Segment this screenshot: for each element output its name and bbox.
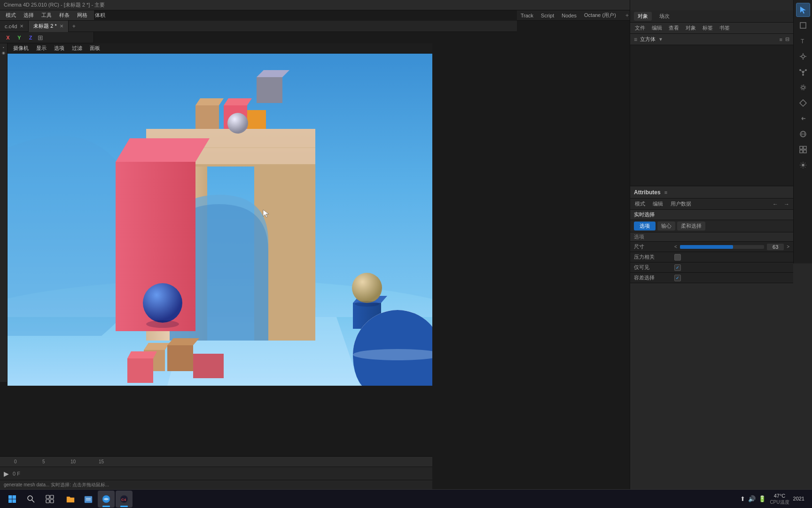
options-label: 选项	[634, 233, 644, 240]
right-sub-edit[interactable]: 编辑	[649, 24, 665, 32]
icon-light[interactable]	[796, 158, 810, 172]
icon-arrow-back[interactable]	[796, 111, 810, 126]
breadcrumb-menu-icon[interactable]: ≡	[634, 36, 637, 43]
svg-rect-40	[800, 23, 806, 28]
right-sub-file[interactable]: 文件	[632, 24, 648, 32]
search-button[interactable]	[23, 491, 39, 508]
menu-tools[interactable]: 工具	[38, 11, 55, 20]
nav-nodes[interactable]: Nodes	[562, 13, 577, 18]
left-tool-1[interactable]: •	[3, 45, 4, 49]
icon-globe[interactable]	[796, 127, 810, 141]
prop-size-slider[interactable]	[680, 245, 764, 249]
panel-tab-soft[interactable]: 柔和选择	[677, 222, 705, 230]
icon-pointer[interactable]	[796, 3, 810, 17]
svg-rect-28	[127, 358, 153, 383]
svg-rect-13	[195, 105, 219, 129]
nav-octane[interactable]: Octane (用户)	[584, 12, 616, 19]
icon-grid[interactable]	[796, 143, 810, 157]
right-tab-scenes[interactable]: 场次	[656, 12, 673, 21]
breadcrumb-list-icon[interactable]: ≡	[780, 37, 782, 42]
breadcrumb-minus-icon[interactable]: ⊟	[785, 36, 789, 42]
timeline-frame: 0 F	[13, 471, 20, 476]
icon-settings[interactable]	[796, 80, 810, 95]
viewport-canvas[interactable]	[8, 54, 432, 386]
vp-camera[interactable]: 摄像机	[9, 44, 32, 53]
cpu-temp: 47°C CPU温度	[770, 492, 789, 505]
vp-panel[interactable]: 面板	[86, 44, 104, 53]
panel-tab-options[interactable]: 选项	[634, 222, 656, 230]
right-tab-objects[interactable]: 对象	[634, 12, 652, 21]
menu-mode[interactable]: 模式	[2, 11, 20, 20]
ruler-0: 0	[14, 459, 17, 464]
prop-row-pressure: 压力相关	[630, 252, 793, 262]
tab-untitled[interactable]: 未标题 2 * ✕	[29, 21, 69, 32]
right-sub-object[interactable]: 对象	[683, 24, 699, 32]
taskbar-cinema4d[interactable]: C4	[116, 491, 133, 508]
nav-script[interactable]: Script	[541, 13, 554, 18]
svg-point-54	[802, 86, 804, 89]
axis-y-button[interactable]: Y	[15, 33, 23, 42]
attr-tab-userdata[interactable]: 用户数据	[668, 199, 694, 208]
tab-untitled-close[interactable]: ✕	[60, 24, 63, 29]
timeline-play-btn[interactable]: ▶	[4, 470, 9, 477]
attr-title-text: Attributes	[634, 189, 661, 196]
right-sub-view[interactable]: 查看	[666, 24, 682, 32]
svg-marker-39	[800, 7, 806, 14]
svg-rect-31	[193, 354, 224, 378]
tab-c4d-close[interactable]: ✕	[20, 24, 23, 29]
axis-x-button[interactable]: X	[4, 33, 12, 42]
panel-tab-center[interactable]: 输心	[657, 222, 675, 230]
network-icon[interactable]: ⬆	[740, 495, 745, 502]
task-view-button[interactable]	[41, 491, 58, 508]
right-sub-bookmark[interactable]: 书签	[717, 24, 733, 32]
icon-square[interactable]	[796, 18, 810, 32]
vp-options[interactable]: 选项	[50, 44, 68, 53]
breadcrumb-dropdown-icon[interactable]: ▼	[658, 37, 663, 42]
axis-z-button[interactable]: Z	[26, 33, 35, 42]
taskbar-files[interactable]	[80, 491, 97, 508]
tab-c4d[interactable]: c.c4d ✕	[0, 21, 29, 32]
menu-select[interactable]: 选择	[20, 11, 38, 20]
object-tree[interactable]	[630, 45, 793, 186]
icon-text-tool[interactable]: T	[796, 34, 810, 48]
nav-plus[interactable]: +	[625, 12, 629, 19]
attr-tab-edit[interactable]: 编辑	[650, 199, 666, 208]
coord-icon[interactable]: ⊞	[38, 34, 43, 41]
prop-size-value[interactable]: 63	[767, 244, 784, 250]
tab-add-button[interactable]: +	[69, 23, 79, 30]
attr-nav-back[interactable]: ←	[771, 201, 780, 207]
start-button[interactable]	[4, 491, 21, 508]
prop-size-arrow-right[interactable]: >	[787, 244, 789, 249]
prop-pressure-checkbox[interactable]	[674, 254, 681, 261]
system-tray: ⬆ 🔊 🔋 47°C CPU温度 2021	[740, 492, 808, 505]
clock[interactable]: 2021	[793, 495, 804, 502]
svg-rect-79	[46, 495, 49, 499]
breadcrumb-path[interactable]: 立方体	[640, 36, 656, 43]
attr-tab-mode[interactable]: 模式	[632, 199, 648, 208]
nav-track[interactable]: Track	[521, 13, 533, 18]
right-sub-tag[interactable]: 标签	[700, 24, 716, 32]
icon-molecule[interactable]	[796, 65, 810, 79]
ruler-10: 10	[70, 459, 76, 464]
attr-nav-fwd[interactable]: →	[782, 201, 791, 207]
taskbar-explorer[interactable]	[62, 491, 79, 508]
svg-rect-75	[8, 499, 12, 503]
icon-diamond[interactable]	[796, 96, 810, 110]
icon-gear-large[interactable]	[796, 49, 810, 64]
prop-visible-checkbox[interactable]: ✓	[674, 264, 681, 271]
volume-icon[interactable]: 🔊	[748, 495, 756, 502]
menu-spline[interactable]: 样条	[55, 11, 73, 20]
right-top-tabs: 对象 场次	[630, 10, 793, 23]
taskbar-browser[interactable]	[98, 491, 115, 508]
battery-icon[interactable]: 🔋	[758, 495, 766, 502]
timeline-controls: ▶ 0 F	[0, 467, 432, 480]
main-viewport[interactable]	[8, 54, 432, 386]
prop-size-arrow-left[interactable]: <	[674, 244, 677, 249]
vp-display[interactable]: 显示	[32, 44, 50, 53]
prop-tolerance-checkbox[interactable]: ✓	[674, 275, 681, 281]
left-tool-2[interactable]: ◉	[2, 51, 5, 55]
vp-filter[interactable]: 过滤	[68, 44, 86, 53]
menu-mesh[interactable]: 网格	[73, 11, 91, 20]
svg-point-22	[146, 320, 179, 328]
menu-volume[interactable]: 体积	[91, 11, 109, 20]
